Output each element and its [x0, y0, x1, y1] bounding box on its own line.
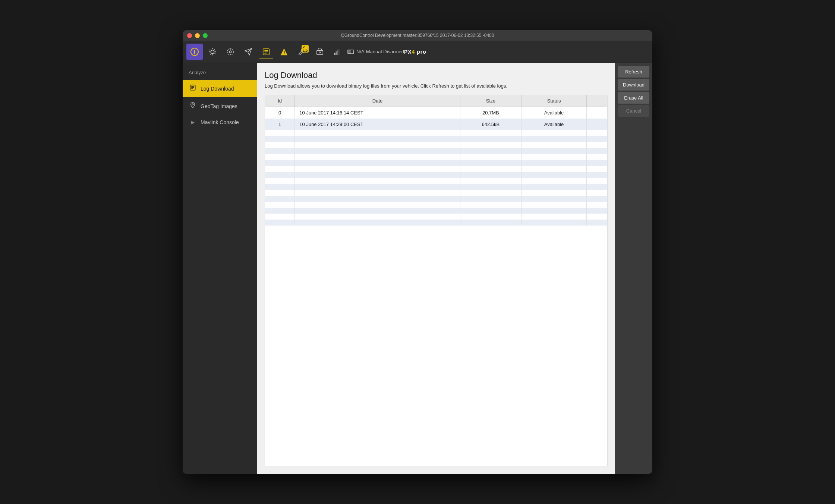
table-row-empty: [265, 136, 607, 142]
cell-status: Available: [521, 107, 586, 119]
table-row-empty: [265, 202, 607, 208]
table-row-empty: [265, 196, 607, 202]
download-button[interactable]: Download: [618, 79, 649, 91]
geotag-icon: [189, 102, 197, 110]
svg-rect-16: [338, 49, 340, 54]
sidebar-item-mavlink[interactable]: ▶ Mavlink Console: [183, 115, 257, 130]
table-row-empty: [265, 214, 607, 220]
col-header-size: Size: [460, 95, 521, 107]
table-row-empty: [265, 184, 607, 190]
col-header-status: Status: [521, 95, 586, 107]
cell-size: 642.5kB: [460, 119, 521, 130]
table-body: 0 10 June 2017 14:16:14 CEST 20.7MB Avai…: [265, 107, 607, 226]
table-row-empty: [265, 160, 607, 166]
log-table: Id Date Size Status 0 10 June 2017 14:16…: [265, 95, 607, 226]
content-area: Log Download Log Download allows you to …: [257, 63, 615, 474]
svg-rect-14: [336, 51, 337, 55]
maximize-button[interactable]: [203, 33, 208, 38]
window-controls: [187, 33, 208, 38]
cell-date: 10 June 2017 14:29:00 CEST: [295, 119, 460, 130]
home-tool-button[interactable]: [186, 44, 203, 60]
log-download-icon: [189, 84, 197, 93]
warning-tool-button[interactable]: !: [276, 44, 292, 60]
svg-point-2: [229, 51, 231, 53]
titlebar: QGroundControl Development master:859766…: [183, 30, 652, 41]
sidebar-item-log-download[interactable]: Log Download: [183, 80, 257, 97]
refresh-button[interactable]: Refresh: [618, 66, 649, 78]
table-row-empty: [265, 148, 607, 154]
toolbar-tools: ! 71.0: [186, 44, 404, 60]
col-header-id: Id: [265, 95, 295, 107]
sidebar-item-geotag[interactable]: GeoTag Images: [183, 97, 257, 115]
page-description: Log Download allows you to download bina…: [265, 83, 608, 89]
table-row-empty: [265, 178, 607, 184]
svg-rect-13: [334, 53, 335, 54]
table-row-empty: [265, 172, 607, 178]
svg-rect-18: [348, 50, 350, 53]
app-window: QGroundControl Development master:859766…: [183, 30, 652, 474]
table-row-empty: [265, 166, 607, 172]
flight-mode: Manual: [366, 49, 382, 54]
table-row-empty: [265, 208, 607, 214]
table-row-empty: [265, 154, 607, 160]
action-buttons-panel: Refresh Download Erase All Cancel: [615, 63, 652, 474]
svg-rect-15: [337, 50, 338, 55]
log-download-label: Log Download: [201, 86, 234, 92]
mavlink-arrow-icon: ▶: [189, 120, 197, 125]
cancel-button[interactable]: Cancel: [618, 105, 649, 117]
plan-tool-button[interactable]: [240, 44, 256, 60]
px4-logo: PX4 pro: [404, 49, 426, 55]
tools-badge: 71.0: [302, 45, 309, 53]
cell-size: 20.7MB: [460, 107, 521, 119]
mode-label: Manual: [366, 49, 382, 54]
main-area: Analyze Log Download: [183, 63, 652, 474]
sidebar-section-label: Analyze: [183, 67, 257, 80]
battery-status: N/A: [347, 49, 365, 54]
analyze-tool-button[interactable]: [258, 44, 274, 60]
cell-id: 0: [265, 107, 295, 119]
settings-tool-button[interactable]: [204, 44, 221, 60]
col-header-extra: [587, 95, 607, 107]
cell-date: 10 June 2017 14:16:14 CEST: [295, 107, 460, 119]
log-table-container: Id Date Size Status 0 10 June 2017 14:16…: [265, 95, 608, 466]
vehicle-tool-button[interactable]: [222, 44, 239, 60]
table-row-empty: [265, 190, 607, 196]
cell-extra: [587, 107, 607, 119]
cell-status: Available: [521, 119, 586, 130]
svg-text:!: !: [284, 51, 285, 55]
tools-button[interactable]: 71.0: [294, 44, 310, 60]
table-row-empty: [265, 130, 607, 136]
erase-all-button[interactable]: Erase All: [618, 92, 649, 104]
cell-extra: [587, 119, 607, 130]
armed-label: Disarmed: [383, 49, 404, 54]
comm-button[interactable]: [312, 44, 328, 60]
sidebar: Analyze Log Download: [183, 63, 257, 474]
table-row[interactable]: 0 10 June 2017 14:16:14 CEST 20.7MB Avai…: [265, 107, 607, 119]
col-header-date: Date: [295, 95, 460, 107]
svg-point-23: [192, 104, 193, 105]
signal-button: [330, 44, 346, 60]
cell-id: 1: [265, 119, 295, 130]
table-row-empty: [265, 142, 607, 148]
battery-value: N/A: [356, 49, 365, 54]
svg-point-12: [319, 52, 321, 53]
main-toolbar: ! 71.0: [183, 41, 652, 63]
armed-status: Disarmed: [383, 49, 404, 54]
table-row[interactable]: 1 10 June 2017 14:29:00 CEST 642.5kB Ava…: [265, 119, 607, 130]
minimize-button[interactable]: [195, 33, 200, 38]
page-title: Log Download: [265, 70, 608, 80]
toolbar-right: PX4 pro: [404, 49, 426, 55]
close-button[interactable]: [187, 33, 192, 38]
table-header: Id Date Size Status: [265, 95, 607, 107]
table-row-empty: [265, 220, 607, 226]
mavlink-label: Mavlink Console: [201, 119, 239, 125]
geotag-label: GeoTag Images: [201, 103, 237, 109]
window-title: QGroundControl Development master:859766…: [341, 33, 494, 38]
svg-rect-11: [317, 50, 323, 54]
